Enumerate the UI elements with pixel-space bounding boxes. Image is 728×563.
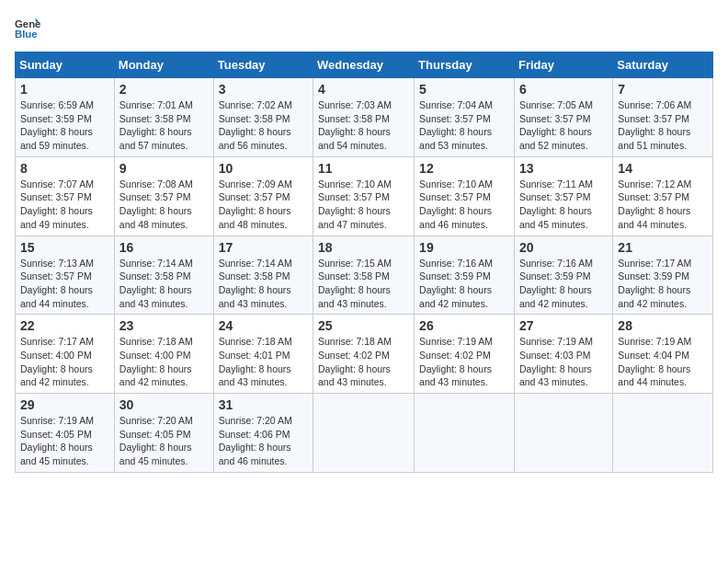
empty-cell <box>313 394 415 473</box>
daylight-label: Daylight: 8 hours and 42 minutes. <box>618 284 690 309</box>
daylight-label: Daylight: 8 hours and 45 minutes. <box>519 205 592 230</box>
calendar-cell-18: 18 Sunrise: 7:15 AM Sunset: 3:58 PM Dayl… <box>313 236 415 315</box>
sunset-label: Sunset: 3:57 PM <box>119 191 191 202</box>
day-info: Sunrise: 6:59 AM Sunset: 3:59 PM Dayligh… <box>20 98 109 153</box>
calendar-cell-3: 3 Sunrise: 7:02 AM Sunset: 3:58 PM Dayli… <box>213 78 313 157</box>
daylight-label: Daylight: 8 hours and 42 minutes. <box>119 363 192 388</box>
day-number: 23 <box>119 318 209 333</box>
daylight-label: Daylight: 8 hours and 43 minutes. <box>119 284 192 309</box>
sunrise-label: Sunrise: 7:19 AM <box>20 415 94 426</box>
daylight-label: Daylight: 8 hours and 57 minutes. <box>119 126 192 151</box>
sunrise-label: Sunrise: 7:18 AM <box>119 336 193 347</box>
day-info: Sunrise: 7:05 AM Sunset: 3:57 PM Dayligh… <box>519 98 608 153</box>
sunset-label: Sunset: 3:57 PM <box>20 191 92 202</box>
day-info: Sunrise: 7:18 AM Sunset: 4:01 PM Dayligh… <box>219 335 308 389</box>
daylight-label: Daylight: 8 hours and 51 minutes. <box>618 126 690 151</box>
day-number: 17 <box>219 240 308 255</box>
sunrise-label: Sunrise: 7:18 AM <box>318 336 392 347</box>
day-info: Sunrise: 7:18 AM Sunset: 4:02 PM Dayligh… <box>318 335 409 389</box>
daylight-label: Daylight: 8 hours and 44 minutes. <box>618 205 690 230</box>
calendar-cell-26: 26 Sunrise: 7:19 AM Sunset: 4:02 PM Dayl… <box>415 315 515 394</box>
sunrise-label: Sunrise: 7:10 AM <box>318 178 392 190</box>
calendar-cell-22: 22 Sunrise: 7:17 AM Sunset: 4:00 PM Dayl… <box>16 315 115 394</box>
day-info: Sunrise: 7:09 AM Sunset: 3:57 PM Dayligh… <box>219 178 308 232</box>
daylight-label: Daylight: 8 hours and 45 minutes. <box>119 442 192 466</box>
sunrise-label: Sunrise: 7:16 AM <box>519 258 593 269</box>
day-info: Sunrise: 7:07 AM Sunset: 3:57 PM Dayligh… <box>20 178 109 232</box>
daylight-label: Daylight: 8 hours and 43 minutes. <box>419 363 492 388</box>
calendar-cell-24: 24 Sunrise: 7:18 AM Sunset: 4:01 PM Dayl… <box>213 315 313 394</box>
calendar-cell-15: 15 Sunrise: 7:13 AM Sunset: 3:57 PM Dayl… <box>16 236 115 315</box>
day-info: Sunrise: 7:18 AM Sunset: 4:00 PM Dayligh… <box>119 335 209 389</box>
day-info: Sunrise: 7:17 AM Sunset: 4:00 PM Dayligh… <box>20 335 109 389</box>
day-number: 3 <box>219 82 308 97</box>
day-number: 4 <box>318 82 409 97</box>
calendar-cell-5: 5 Sunrise: 7:04 AM Sunset: 3:57 PM Dayli… <box>415 78 515 157</box>
calendar-cell-11: 11 Sunrise: 7:10 AM Sunset: 3:57 PM Dayl… <box>313 156 415 236</box>
day-info: Sunrise: 7:19 AM Sunset: 4:04 PM Dayligh… <box>618 335 708 389</box>
daylight-label: Daylight: 8 hours and 44 minutes. <box>618 363 690 388</box>
sunrise-label: Sunrise: 7:09 AM <box>219 178 292 190</box>
sunset-label: Sunset: 4:03 PM <box>519 350 591 361</box>
daylight-label: Daylight: 8 hours and 54 minutes. <box>318 126 391 151</box>
sunset-label: Sunset: 4:01 PM <box>219 350 290 361</box>
calendar-cell-6: 6 Sunrise: 7:05 AM Sunset: 3:57 PM Dayli… <box>514 78 612 157</box>
daylight-label: Daylight: 8 hours and 42 minutes. <box>419 284 492 309</box>
calendar-cell-17: 17 Sunrise: 7:14 AM Sunset: 3:58 PM Dayl… <box>213 236 313 315</box>
sunset-label: Sunset: 3:58 PM <box>318 270 390 282</box>
calendar-cell-7: 7 Sunrise: 7:06 AM Sunset: 3:57 PM Dayli… <box>613 78 713 157</box>
day-number: 19 <box>419 240 509 255</box>
day-info: Sunrise: 7:19 AM Sunset: 4:02 PM Dayligh… <box>419 335 509 389</box>
day-number: 29 <box>20 397 109 412</box>
sunset-label: Sunset: 4:05 PM <box>20 429 92 440</box>
sunset-label: Sunset: 3:57 PM <box>318 191 390 202</box>
calendar-cell-12: 12 Sunrise: 7:10 AM Sunset: 3:57 PM Dayl… <box>415 156 515 236</box>
calendar-cell-30: 30 Sunrise: 7:20 AM Sunset: 4:05 PM Dayl… <box>114 394 213 473</box>
weekday-header-sunday: Sunday <box>16 52 115 78</box>
empty-cell <box>514 394 612 473</box>
calendar-cell-31: 31 Sunrise: 7:20 AM Sunset: 4:06 PM Dayl… <box>213 394 313 473</box>
empty-cell <box>415 394 515 473</box>
sunrise-label: Sunrise: 7:18 AM <box>219 336 292 347</box>
page-header: General Blue <box>15 15 713 40</box>
sunset-label: Sunset: 3:59 PM <box>20 113 92 124</box>
daylight-label: Daylight: 8 hours and 42 minutes. <box>519 284 592 309</box>
sunset-label: Sunset: 3:59 PM <box>419 270 491 282</box>
sunrise-label: Sunrise: 7:14 AM <box>119 258 193 269</box>
daylight-label: Daylight: 8 hours and 56 minutes. <box>219 126 291 151</box>
logo: General Blue <box>15 15 44 40</box>
day-number: 26 <box>419 318 509 333</box>
calendar-cell-27: 27 Sunrise: 7:19 AM Sunset: 4:03 PM Dayl… <box>514 315 612 394</box>
weekday-header-friday: Friday <box>514 52 612 78</box>
day-info: Sunrise: 7:13 AM Sunset: 3:57 PM Dayligh… <box>20 257 109 311</box>
day-number: 18 <box>318 240 409 255</box>
weekday-header-saturday: Saturday <box>613 52 713 78</box>
calendar-cell-13: 13 Sunrise: 7:11 AM Sunset: 3:57 PM Dayl… <box>514 156 612 236</box>
day-info: Sunrise: 7:12 AM Sunset: 3:57 PM Dayligh… <box>618 178 708 232</box>
sunset-label: Sunset: 3:57 PM <box>20 270 92 282</box>
sunset-label: Sunset: 3:58 PM <box>119 113 191 124</box>
daylight-label: Daylight: 8 hours and 59 minutes. <box>20 126 93 151</box>
calendar-cell-10: 10 Sunrise: 7:09 AM Sunset: 3:57 PM Dayl… <box>213 156 313 236</box>
day-number: 21 <box>618 240 708 255</box>
sunrise-label: Sunrise: 7:08 AM <box>119 178 193 190</box>
sunset-label: Sunset: 3:57 PM <box>219 191 290 202</box>
daylight-label: Daylight: 8 hours and 46 minutes. <box>419 205 492 230</box>
sunset-label: Sunset: 4:05 PM <box>119 429 191 440</box>
daylight-label: Daylight: 8 hours and 43 minutes. <box>519 363 592 388</box>
sunrise-label: Sunrise: 7:19 AM <box>519 336 593 347</box>
sunset-label: Sunset: 3:58 PM <box>318 113 390 124</box>
daylight-label: Daylight: 8 hours and 45 minutes. <box>20 442 93 466</box>
sunset-label: Sunset: 3:58 PM <box>119 270 191 282</box>
calendar-cell-21: 21 Sunrise: 7:17 AM Sunset: 3:59 PM Dayl… <box>613 236 713 315</box>
day-info: Sunrise: 7:17 AM Sunset: 3:59 PM Dayligh… <box>618 257 708 311</box>
empty-cell <box>613 394 713 473</box>
day-number: 7 <box>618 82 708 97</box>
calendar-cell-1: 1 Sunrise: 6:59 AM Sunset: 3:59 PM Dayli… <box>16 78 115 157</box>
sunrise-label: Sunrise: 7:07 AM <box>20 178 94 190</box>
weekday-header-tuesday: Tuesday <box>213 52 313 78</box>
daylight-label: Daylight: 8 hours and 43 minutes. <box>318 363 391 388</box>
sunrise-label: Sunrise: 7:03 AM <box>318 99 392 110</box>
day-info: Sunrise: 7:14 AM Sunset: 3:58 PM Dayligh… <box>119 257 209 311</box>
calendar-cell-19: 19 Sunrise: 7:16 AM Sunset: 3:59 PM Dayl… <box>415 236 515 315</box>
